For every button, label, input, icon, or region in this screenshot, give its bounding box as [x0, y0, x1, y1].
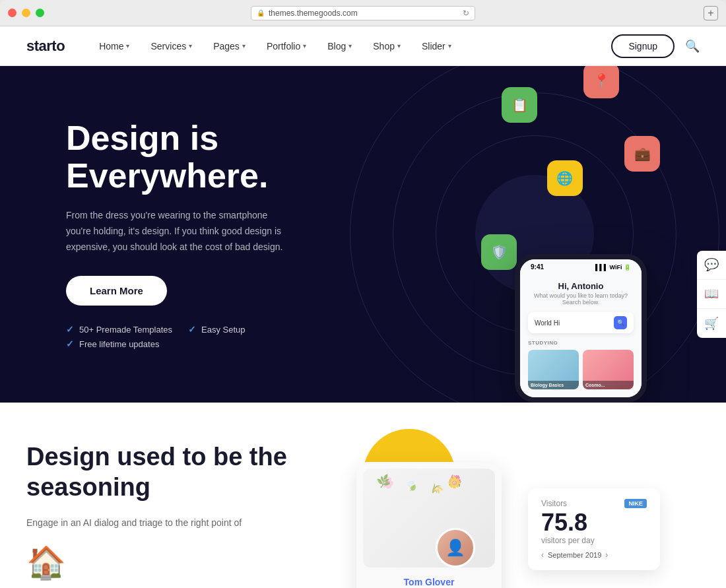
check-icon: ✓	[188, 324, 196, 335]
person-name: Tom Glover	[367, 577, 491, 587]
phone-mockup: 9:41 ▌▌▌ WiFi 🔋 Hi, Antonio What would y…	[515, 254, 647, 403]
navbar: starto Home ▾ Services ▾ Pages ▾ Portfol…	[0, 26, 726, 66]
phone-content: Hi, Antonio What would you like to learn…	[520, 273, 642, 397]
below-fold-visuals: 🌸 🌿 🌾 🍃 🌺 🌼 👤 Tom Glover Johnathoncheste…	[356, 442, 700, 588]
photo-info: Tom Glover Johnathonchester The lightwei…	[356, 568, 502, 588]
nav-home[interactable]: Home ▾	[91, 37, 137, 55]
phone-card-label-1: Biology Basics	[528, 381, 579, 389]
close-window-button[interactable]	[8, 9, 16, 17]
hero-description: From the dress you're wearing to the sma…	[66, 208, 284, 255]
hero-features: ✓ 50+ Premade Templates ✓ Easy Setup ✓ F…	[66, 324, 284, 349]
site-logo[interactable]: starto	[26, 38, 65, 55]
lock-icon: 🔒	[257, 9, 265, 16]
feature-easy-setup: ✓ Easy Setup	[188, 324, 246, 335]
chevron-down-icon: ▾	[397, 42, 401, 49]
below-fold-text: Design used to be the seasoning Engage i…	[26, 442, 317, 588]
float-icon-document: 📋	[502, 87, 537, 123]
phone-cards: Biology Basics Cosmo...	[528, 350, 634, 389]
stats-header: Visitors NIKE	[541, 499, 647, 508]
phone-card-label-2: Cosmo...	[583, 381, 634, 389]
chevron-down-icon: ▾	[448, 42, 451, 49]
below-fold-section: Design used to be the seasoning Engage i…	[0, 403, 726, 588]
learn-more-button[interactable]: Learn More	[66, 276, 167, 306]
photo-card: 🌸 🌿 🌾 🍃 🌺 🌼 👤 Tom Glover Johnathoncheste…	[356, 462, 502, 588]
stats-badge: NIKE	[624, 499, 647, 508]
chevron-down-icon: ▾	[303, 42, 306, 49]
float-icon-location: 📍	[583, 66, 619, 98]
signup-button[interactable]: Signup	[611, 34, 675, 58]
below-fold-description: Engage in an AI dialog and triage to the…	[26, 515, 317, 531]
hero-section: 📋 📍 🌐 🛡️ 💼 9:41 ▌▌▌ WiFi 🔋 Hi, Antonio	[0, 66, 726, 403]
nav-portfolio[interactable]: Portfolio ▾	[259, 37, 314, 55]
stats-number: 75.8	[541, 511, 587, 535]
website-content: starto Home ▾ Services ▾ Pages ▾ Portfol…	[0, 26, 726, 588]
sidebar-widgets: 💬 📖 🛒	[697, 251, 726, 338]
phone-search-text: World Hi	[535, 319, 560, 327]
hero-text: Design is Everywhere. From the dress you…	[0, 119, 284, 350]
house-icon: 🏠	[26, 544, 66, 581]
float-icon-briefcase: 💼	[624, 136, 660, 172]
feature-templates: ✓ 50+ Premade Templates	[66, 324, 172, 335]
phone-status-bar: 9:41 ▌▌▌ WiFi 🔋	[520, 259, 642, 273]
window-buttons	[8, 9, 44, 17]
nav-blog[interactable]: Blog ▾	[319, 37, 360, 55]
photo-top: 🌸 🌿 🌾 🍃 🌺 🌼 👤	[363, 469, 495, 568]
stats-unit: visitors per day	[541, 536, 647, 545]
feature-row-2: ✓ Free lifetime updates	[66, 339, 284, 349]
nav-pages[interactable]: Pages ▾	[205, 37, 253, 55]
stats-prev-arrow[interactable]: ‹	[541, 550, 544, 560]
float-icon-globe: 🌐	[547, 160, 583, 196]
stats-card: Visitors NIKE 75.8 visitors per day ‹ Se…	[528, 488, 660, 570]
phone-search-bar[interactable]: World Hi 🔍	[528, 312, 634, 333]
window-chrome: 🔒 themes.themegoods.com ↻ +	[0, 0, 726, 26]
flower-decoration: 🌸 🌿 🌾 🍃 🌺 🌼	[363, 469, 495, 568]
person-avatar: 👤	[436, 528, 475, 568]
widget-chat[interactable]: 💬	[697, 251, 726, 280]
chevron-down-icon: ▾	[242, 42, 246, 49]
nav-slider[interactable]: Slider ▾	[414, 37, 459, 55]
nav-services[interactable]: Services ▾	[143, 37, 200, 55]
search-icon[interactable]: 🔍	[685, 39, 700, 53]
address-text: themes.themegoods.com	[269, 9, 358, 18]
check-icon: ✓	[66, 324, 74, 335]
phone-card-2[interactable]: Cosmo...	[583, 350, 634, 389]
new-tab-button[interactable]: +	[704, 6, 718, 20]
maximize-window-button[interactable]	[36, 9, 44, 17]
phone-section-title: STUDYING	[528, 340, 634, 346]
feature-row-1: ✓ 50+ Premade Templates ✓ Easy Setup	[66, 324, 284, 335]
chevron-down-icon: ▾	[348, 42, 352, 49]
below-fold-title: Design used to be the seasoning	[26, 442, 317, 502]
stats-period: ‹ September 2019 ›	[541, 550, 647, 560]
phone-search-button[interactable]: 🔍	[614, 316, 627, 329]
phone-signal-icon: ▌▌▌ WiFi 🔋	[595, 264, 631, 271]
phone-card-1[interactable]: Biology Basics	[528, 350, 579, 389]
phone-time: 9:41	[531, 263, 544, 271]
widget-cart[interactable]: 🛒	[697, 309, 726, 338]
stats-label: Visitors	[541, 499, 567, 508]
stats-next-arrow[interactable]: ›	[605, 550, 608, 560]
stats-period-label: September 2019	[548, 551, 601, 559]
chevron-down-icon: ▾	[126, 42, 129, 49]
address-bar[interactable]: 🔒 themes.themegoods.com ↻	[251, 6, 475, 20]
refresh-button[interactable]: ↻	[463, 9, 469, 18]
stats-value-row: 75.8	[541, 511, 647, 535]
feature-lifetime: ✓ Free lifetime updates	[66, 339, 159, 349]
hero-title: Design is Everywhere.	[66, 119, 284, 195]
widget-book[interactable]: 📖	[697, 280, 726, 309]
photo-card-container: 🌸 🌿 🌾 🍃 🌺 🌼 👤 Tom Glover Johnathoncheste…	[356, 449, 515, 588]
chevron-down-icon: ▾	[189, 42, 192, 49]
minimize-window-button[interactable]	[22, 9, 30, 17]
nav-shop[interactable]: Shop ▾	[365, 37, 409, 55]
check-icon: ✓	[66, 339, 74, 349]
float-icon-shield: 🛡️	[481, 234, 517, 270]
phone-greeting: Hi, Antonio	[528, 281, 634, 291]
nav-right: Signup 🔍	[611, 34, 700, 58]
phone-subtext: What would you like to learn today? Sear…	[528, 292, 634, 306]
below-fold-illustration: 🏠	[26, 544, 317, 581]
nav-links: Home ▾ Services ▾ Pages ▾ Portfolio ▾ Bl…	[91, 37, 611, 55]
